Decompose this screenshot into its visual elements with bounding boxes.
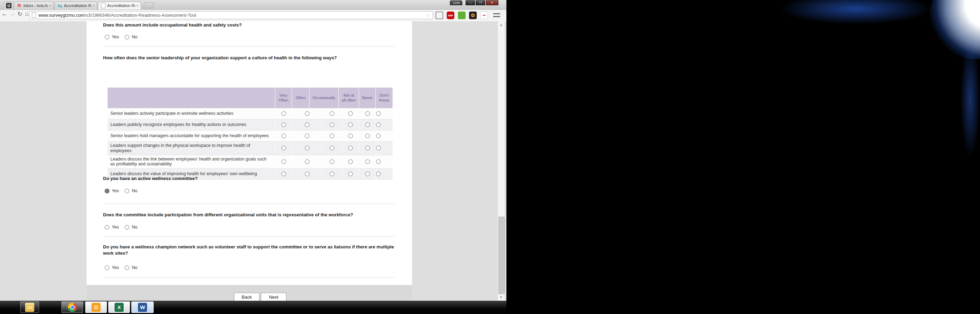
matrix-header-cell: Not at all often — [339, 87, 359, 108]
minimize-button[interactable]: — — [466, 0, 475, 5]
tab-label: Accreditation Readiness A — [107, 3, 135, 8]
restore-button[interactable]: ❐ — [476, 0, 485, 5]
matrix-radio-cell[interactable] — [322, 168, 342, 179]
tab-active-survey[interactable]: Accreditation Readiness A × — [98, 2, 141, 10]
matrix-radio-cell[interactable] — [376, 142, 381, 155]
divider — [103, 277, 395, 278]
matrix-radio-cell[interactable] — [322, 119, 342, 130]
matrix-radio-cell[interactable] — [359, 142, 376, 155]
no-label: No — [132, 265, 137, 270]
matrix-radio-cell[interactable] — [376, 168, 381, 179]
pinned-tab[interactable]: U — [3, 2, 13, 10]
matrix-radio-cell[interactable] — [292, 155, 322, 168]
matrix-radio-cell[interactable] — [342, 119, 359, 130]
radio-yes[interactable] — [105, 35, 109, 40]
radio-no[interactable] — [125, 265, 129, 270]
matrix-radio-cell[interactable] — [359, 155, 376, 168]
matrix-radio-cell[interactable] — [322, 130, 342, 141]
scrollbar-thumb[interactable] — [498, 217, 505, 294]
matrix-body: Senior leaders actively participate in w… — [108, 108, 393, 180]
scroll-up-icon[interactable]: ▲ — [499, 23, 504, 27]
no-label: No — [132, 225, 137, 230]
matrix-radio-cell[interactable] — [275, 155, 292, 168]
matrix-radio-cell[interactable] — [376, 119, 381, 130]
pinned-tab-icon: U — [6, 3, 11, 8]
matrix-radio-cell[interactable] — [275, 130, 292, 141]
matrix-header-cell: Occasionally — [309, 87, 339, 108]
matrix-radio-cell[interactable] — [376, 155, 381, 168]
excel-icon: X — [115, 303, 124, 312]
menu-icon[interactable] — [493, 13, 500, 18]
matrix-radio-cell[interactable] — [275, 119, 292, 130]
left-monitor: U M Inbox - livia.fortunato@gr × Sg Accr… — [0, 0, 506, 314]
matrix-radio-cell[interactable] — [359, 130, 376, 141]
taskbar: O X W ▲ ✓ 11:58 AM 4/16/2015 — [0, 301, 506, 314]
row-label: Senior leaders actively participate in w… — [108, 109, 275, 117]
matrix-radio-cell[interactable] — [322, 142, 342, 155]
matrix-radio-cell[interactable] — [359, 168, 376, 179]
ghostery-icon[interactable] — [469, 11, 477, 19]
tab-gmail[interactable]: M Inbox - livia.fortunato@gr × — [14, 2, 54, 10]
matrix-radio-cell[interactable] — [342, 155, 359, 168]
scroll-down-icon[interactable]: ▼ — [499, 295, 504, 299]
taskbar-excel[interactable]: X — [108, 301, 130, 313]
tab-surveygizmo[interactable]: Sg Accreditation Readiness A × — [54, 2, 97, 10]
profile-badge[interactable]: Livia — [450, 0, 462, 5]
radio-yes[interactable] — [105, 225, 109, 230]
url-bar[interactable]: www.surveygizmo.com /s3/1986346/Accredit… — [29, 11, 433, 19]
matrix-radio-cell[interactable] — [359, 119, 376, 130]
browser-scrollbar[interactable]: ▲ ▼ — [497, 21, 505, 301]
refresh-icon[interactable]: ↻ — [16, 11, 24, 18]
tab-close-icon[interactable]: × — [49, 3, 51, 8]
tab-close-icon[interactable]: × — [137, 3, 138, 8]
matrix-radio-cell[interactable] — [292, 168, 322, 179]
matrix-radio-cell[interactable] — [275, 142, 292, 155]
gmail-icon: M — [16, 3, 22, 8]
chrome-icon — [68, 303, 77, 312]
back-icon[interactable]: ← — [1, 11, 8, 17]
wallpaper-swirl — [779, 0, 932, 24]
pdf-icon[interactable]: ⮠ — [480, 11, 488, 19]
back-button[interactable]: Back — [234, 293, 259, 301]
taskbar-outlook[interactable]: O — [85, 301, 107, 313]
matrix-radio-cell[interactable] — [292, 142, 322, 155]
matrix-radio-cell[interactable] — [275, 168, 292, 179]
adblock-plus-icon[interactable]: ABP — [447, 11, 454, 19]
cast-icon[interactable] — [436, 11, 443, 19]
matrix-header-cell: Very Often — [275, 87, 292, 108]
matrix-radio-cell[interactable] — [292, 130, 322, 141]
browser-toolbar: ← → ↻ ⌂ www.surveygizmo.com /s3/1986346/… — [0, 10, 506, 22]
new-tab-button[interactable] — [143, 2, 155, 8]
matrix-radio-cell[interactable] — [322, 155, 342, 168]
yes-label: Yes — [112, 265, 119, 270]
matrix-radio-cell[interactable] — [275, 108, 292, 119]
yes-label: Yes — [112, 225, 119, 230]
radio-yes-selected[interactable] — [105, 189, 109, 193]
matrix-radio-cell[interactable] — [342, 108, 359, 119]
forward-icon[interactable]: → — [8, 11, 16, 17]
matrix-radio-cell[interactable] — [322, 108, 342, 119]
next-button[interactable]: Next — [261, 293, 286, 301]
evernote-icon[interactable] — [458, 11, 466, 19]
matrix-radio-cell[interactable] — [292, 119, 322, 130]
close-button[interactable]: ✕ — [486, 0, 498, 5]
radio-no[interactable] — [125, 35, 129, 40]
matrix-radio-cell[interactable] — [342, 142, 359, 155]
radio-no[interactable] — [125, 225, 129, 230]
table-row: Leaders discuss the link between employe… — [108, 155, 393, 169]
bookmark-star-icon[interactable]: ☆ — [426, 13, 431, 18]
taskbar-word-active[interactable]: W — [131, 301, 154, 313]
matrix-radio-cell[interactable] — [342, 130, 359, 141]
matrix-radio-cell[interactable] — [359, 108, 376, 119]
divider — [103, 46, 395, 47]
radio-yes[interactable] — [105, 265, 109, 270]
question-leadership: How often does the senior leadership of … — [103, 55, 337, 60]
tab-close-icon[interactable]: × — [92, 3, 95, 8]
matrix-radio-cell[interactable] — [342, 168, 359, 179]
matrix-radio-cell[interactable] — [292, 108, 322, 119]
radio-no[interactable] — [125, 189, 129, 193]
matrix-radio-cell[interactable] — [376, 108, 381, 119]
taskbar-chrome[interactable] — [62, 301, 83, 313]
taskbar-explorer[interactable] — [20, 301, 39, 313]
matrix-radio-cell[interactable] — [376, 130, 381, 141]
